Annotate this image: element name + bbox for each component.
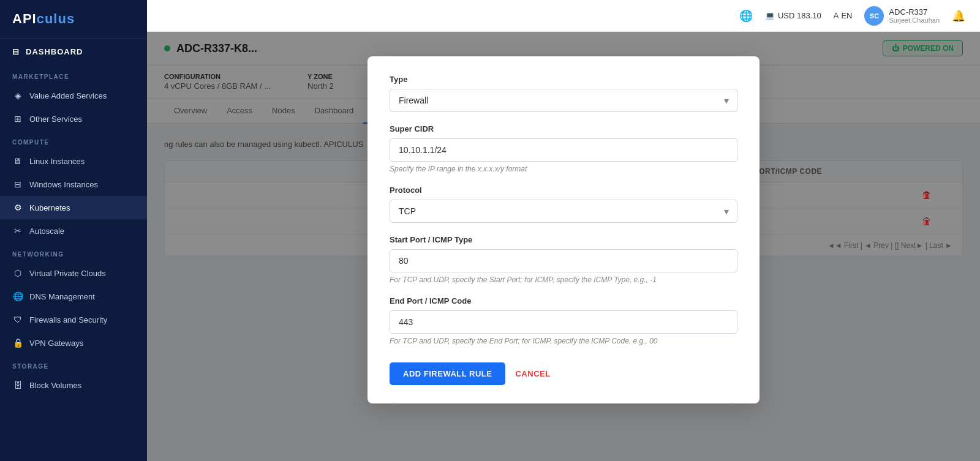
sidebar-item-vpn[interactable]: 🔒 VPN Gateways — [0, 331, 147, 354]
autoscale-icon: ✂ — [12, 225, 23, 236]
vpn-icon: 🔒 — [12, 337, 23, 348]
cancel-button[interactable]: CANCEL — [515, 369, 550, 378]
currency-value: USD 183.10 — [778, 11, 821, 20]
block-volumes-icon: 🗄 — [12, 380, 23, 391]
sidebar-item-linux-instances[interactable]: 🖥 Linux Instances — [0, 149, 147, 173]
sidebar-item-windows-instances[interactable]: ⊟ Windows Instances — [0, 173, 147, 196]
user-sub: Surjeet Chauhan — [889, 17, 940, 24]
logo: APIculus — [0, 0, 147, 39]
currency-display[interactable]: 💻 USD 183.10 — [765, 11, 821, 20]
sidebar-item-dashboard[interactable]: ⊟ DASHBOARD — [0, 39, 147, 65]
sidebar-item-label: Block Volumes — [29, 381, 81, 390]
type-label: Type — [390, 75, 737, 84]
super-cidr-field: Super CIDR Specify the IP range in the x… — [390, 124, 737, 173]
vpc-icon: ⬡ — [12, 268, 23, 279]
sidebar-item-label: Virtual Private Clouds — [29, 269, 106, 278]
user-info: ADC-R337 Surjeet Chauhan — [889, 7, 940, 24]
sidebar-item-label: Windows Instances — [29, 180, 98, 189]
sidebar-item-label: Linux Instances — [29, 157, 85, 166]
user-menu[interactable]: SC ADC-R337 Surjeet Chauhan — [864, 6, 940, 26]
end-port-label: End Port / ICMP Code — [390, 296, 737, 305]
add-firewall-rule-button[interactable]: ADD FIREWALL RULE — [390, 362, 505, 385]
section-label-storage: STORAGE — [0, 354, 147, 373]
globe-icon[interactable]: 🌐 — [739, 9, 753, 23]
sidebar-item-other-services[interactable]: ⊞ Other Services — [0, 107, 147, 130]
start-port-field: Start Port / ICMP Type For TCP and UDP, … — [390, 235, 737, 284]
logo-suffix: culus — [37, 11, 75, 26]
modal-actions: ADD FIREWALL RULE CANCEL — [390, 362, 737, 385]
sidebar-item-autoscale[interactable]: ✂ Autoscale — [0, 219, 147, 242]
protocol-label: Protocol — [390, 186, 737, 195]
language-selector[interactable]: A EN — [834, 11, 853, 20]
section-label-compute: COMPUTE — [0, 130, 147, 149]
super-cidr-hint: Specify the IP range in the x.x.x.x/y fo… — [390, 165, 737, 173]
sidebar-item-value-added-services[interactable]: ◈ Value Added Services — [0, 84, 147, 107]
windows-instances-icon: ⊟ — [12, 179, 23, 190]
start-port-label: Start Port / ICMP Type — [390, 235, 737, 244]
firewalls-icon: 🛡 — [12, 314, 23, 325]
user-name: ADC-R337 — [889, 7, 940, 17]
type-select[interactable]: Firewall Egress Ingress — [390, 89, 737, 112]
sidebar-item-label: Autoscale — [29, 227, 64, 236]
currency-icon: 💻 — [765, 11, 775, 20]
sidebar-item-label: Kubernetes — [29, 203, 70, 212]
type-select-wrapper: Firewall Egress Ingress — [390, 89, 737, 112]
end-port-field: End Port / ICMP Code For TCP and UDP, sp… — [390, 296, 737, 345]
sidebar-item-label: DNS Management — [29, 292, 95, 301]
sidebar-item-kubernetes[interactable]: ⚙ Kubernetes — [0, 196, 147, 219]
dashboard-label: DASHBOARD — [26, 47, 83, 56]
sidebar-item-label: Firewalls and Security — [29, 315, 107, 324]
protocol-select[interactable]: TCP UDP ICMP ALL — [390, 200, 737, 223]
sidebar-item-label: Value Added Services — [29, 91, 107, 100]
notification-bell-icon[interactable]: 🔔 — [952, 9, 965, 23]
main-content: 🌐 💻 USD 183.10 A EN SC ADC-R337 Surjeet … — [147, 0, 980, 461]
kubernetes-icon: ⚙ — [12, 202, 23, 213]
sidebar-item-vpc[interactable]: ⬡ Virtual Private Clouds — [0, 261, 147, 285]
start-port-hint: For TCP and UDP, specify the Start Port;… — [390, 275, 737, 284]
section-label-networking: NETWORKING — [0, 242, 147, 261]
protocol-field: Protocol TCP UDP ICMP ALL — [390, 186, 737, 223]
protocol-select-wrapper: TCP UDP ICMP ALL — [390, 200, 737, 223]
sidebar-item-block-volumes[interactable]: 🗄 Block Volumes — [0, 373, 147, 397]
translate-icon: A — [834, 11, 839, 20]
lang-value: EN — [841, 11, 852, 20]
end-port-hint: For TCP and UDP, specify the End Port; f… — [390, 337, 737, 345]
super-cidr-label: Super CIDR — [390, 124, 737, 133]
value-added-services-icon: ◈ — [12, 90, 23, 101]
start-port-input[interactable] — [390, 249, 737, 272]
user-avatar: SC — [864, 6, 884, 26]
modal-overlay: Type Firewall Egress Ingress Super CIDR … — [147, 32, 980, 461]
super-cidr-input[interactable] — [390, 138, 737, 162]
type-field: Type Firewall Egress Ingress — [390, 75, 737, 112]
sidebar: APIculus ⊟ DASHBOARD MARKETPLACE ◈ Value… — [0, 0, 147, 461]
sidebar-item-firewalls[interactable]: 🛡 Firewalls and Security — [0, 308, 147, 331]
section-label-marketplace: MARKETPLACE — [0, 65, 147, 84]
sidebar-item-dns[interactable]: 🌐 DNS Management — [0, 285, 147, 308]
sidebar-item-label: Other Services — [29, 114, 82, 124]
logo-prefix: API — [12, 11, 37, 26]
dashboard-icon: ⊟ — [12, 47, 20, 56]
linux-instances-icon: 🖥 — [12, 156, 23, 167]
sidebar-item-label: VPN Gateways — [29, 339, 83, 348]
other-services-icon: ⊞ — [12, 113, 23, 124]
add-firewall-modal: Type Firewall Egress Ingress Super CIDR … — [368, 56, 760, 403]
top-header: 🌐 💻 USD 183.10 A EN SC ADC-R337 Surjeet … — [147, 0, 980, 32]
end-port-input[interactable] — [390, 310, 737, 334]
page-body: ADC-R337-K8... ⏻ POWERED ON CONFIGURATIO… — [147, 32, 980, 461]
dns-icon: 🌐 — [12, 291, 23, 302]
